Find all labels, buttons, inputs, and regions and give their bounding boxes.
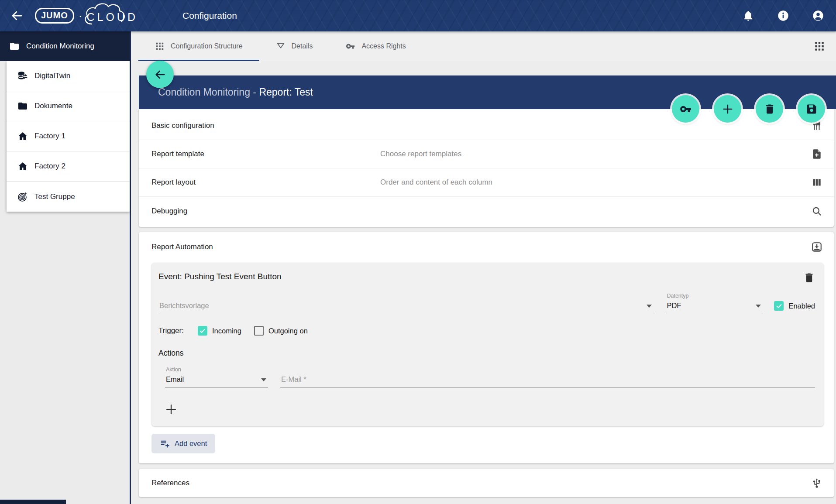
back-arrow-icon[interactable] — [10, 9, 24, 22]
folder-icon — [9, 41, 20, 51]
tab-label: Details — [292, 42, 313, 50]
checkbox-label: Incoming — [212, 327, 241, 335]
page-title-prefix: Condition Monitoring - — [158, 86, 259, 98]
action-select[interactable]: Aktion Email — [165, 374, 268, 388]
tab-configuration-structure[interactable]: Configuration Structure — [138, 31, 259, 61]
usb-icon — [811, 477, 822, 489]
actions-title: Actions — [158, 349, 815, 358]
sidebar-item-factory-1[interactable]: Factory 1 — [7, 121, 130, 151]
trash-icon[interactable] — [803, 272, 815, 284]
back-fab-button[interactable] — [146, 61, 174, 88]
row-label: Report template — [151, 150, 380, 158]
sidebar-item-label: DigitalTwin — [34, 72, 70, 80]
key-icon — [346, 41, 355, 51]
datatype-select[interactable]: Datentyp PDF — [666, 300, 763, 314]
section-title: Report Automation — [151, 243, 811, 251]
email-input[interactable] — [281, 375, 814, 384]
sidebar-item-test-gruppe[interactable]: Test Gruppe — [7, 182, 130, 212]
jumo-cloud-logo: JUMO · CLOUD — [35, 8, 138, 24]
page-header: Condition Monitoring - Report: Test — [139, 75, 836, 109]
sidebar-item-dokumente[interactable]: Dokumente — [7, 91, 130, 121]
tab-access-rights[interactable]: Access Rights — [329, 31, 422, 61]
add-event-button[interactable]: Add event — [151, 434, 215, 453]
sidebar-item-label: Factory 1 — [34, 132, 65, 141]
checkbox-checked-icon[interactable] — [774, 301, 784, 311]
row-report-template[interactable]: Report template Choose report templates — [139, 140, 834, 168]
add-action-plus-icon[interactable] — [165, 403, 178, 416]
funnel-icon — [276, 41, 286, 51]
event-title: Event: Pushing Test Event Button — [158, 272, 282, 281]
row-report-layout[interactable]: Report layout Order and content of each … — [139, 168, 834, 197]
top-app-bar: JUMO · CLOUD Configuration — [0, 0, 836, 31]
select-label: Datentyp — [667, 293, 688, 299]
home-icon — [17, 131, 28, 141]
sidebar-item-label: Test Gruppe — [34, 192, 75, 201]
sidebar-item-condition-monitoring[interactable]: Condition Monitoring — [0, 31, 130, 61]
select-placeholder: Berichtsvorlage — [159, 302, 209, 309]
tab-bar: Configuration Structure Details Access R… — [131, 31, 836, 61]
chevron-down-icon — [647, 305, 652, 308]
key-icon — [680, 103, 692, 115]
event-card: Event: Pushing Test Event Button Bericht… — [151, 263, 824, 426]
tab-details[interactable]: Details — [259, 31, 330, 61]
folder-icon — [17, 101, 28, 111]
row-label: Report layout — [151, 178, 380, 187]
track-changes-icon — [17, 192, 28, 202]
section-title: References — [151, 479, 811, 487]
sidebar-item-digitaltwin[interactable]: DigitalTwin — [7, 61, 130, 91]
select-label: Aktion — [166, 367, 181, 373]
save-button[interactable] — [798, 95, 825, 123]
chevron-down-icon — [261, 378, 266, 381]
cloud-outline-icon — [81, 1, 130, 28]
row-secondary: Choose report templates — [380, 150, 811, 158]
delete-button[interactable] — [756, 95, 783, 123]
horizontal-scrollbar-thumb[interactable] — [0, 500, 66, 504]
back-arrow-icon — [154, 69, 166, 81]
account-icon[interactable] — [812, 10, 824, 22]
enabled-checkbox[interactable]: Enabled — [774, 301, 815, 314]
archive-icon[interactable] — [811, 241, 822, 253]
digital-twin-icon — [17, 71, 28, 81]
search-icon — [811, 206, 822, 217]
add-event-label: Add event — [175, 439, 207, 448]
info-icon[interactable] — [777, 10, 789, 22]
incoming-checkbox[interactable]: Incoming — [198, 326, 241, 336]
grid-icon — [155, 41, 165, 51]
app-title: Configuration — [182, 10, 237, 21]
apps-grid-icon[interactable] — [814, 41, 825, 52]
home-icon — [17, 161, 28, 171]
report-automation-card: Report Automation Event: Pushing Test Ev… — [139, 232, 834, 463]
page-title: Condition Monitoring - Report: Test — [158, 86, 313, 98]
sidebar-children-card: DigitalTwin Dokumente Factory 1 Factory … — [7, 61, 130, 212]
checkbox-unchecked-icon[interactable] — [254, 326, 264, 336]
access-key-button[interactable] — [672, 95, 699, 123]
row-label: Debugging — [151, 207, 380, 216]
basic-configuration-card: Basic configuration Report template Choo… — [139, 109, 834, 227]
notifications-bell-icon[interactable] — [742, 10, 754, 22]
row-label: Basic configuration — [151, 121, 380, 130]
checkbox-label: Outgoing on — [268, 327, 308, 335]
trash-icon — [764, 103, 776, 115]
plus-icon — [722, 103, 734, 115]
page-title-emphasis: Report: Test — [259, 86, 313, 98]
select-value: Email — [166, 375, 184, 383]
chevron-down-icon — [756, 305, 761, 308]
sidebar-item-factory-2[interactable]: Factory 2 — [7, 151, 130, 182]
main-content: Configuration Structure Details Access R… — [131, 31, 836, 504]
save-icon — [805, 103, 818, 115]
email-field-wrap — [280, 374, 815, 388]
checkbox-label: Enabled — [788, 302, 815, 310]
row-references[interactable]: References — [139, 469, 834, 497]
sidebar-item-label: Condition Monitoring — [26, 42, 94, 51]
row-debugging[interactable]: Debugging — [139, 197, 834, 225]
note-add-icon — [811, 148, 822, 160]
outgoing-checkbox[interactable]: Outgoing on — [254, 326, 308, 336]
add-button[interactable] — [714, 95, 741, 123]
checkbox-checked-icon[interactable] — [198, 326, 207, 336]
sidebar: Condition Monitoring DigitalTwin Dokumen… — [0, 31, 131, 504]
report-template-select[interactable]: Berichtsvorlage — [158, 300, 654, 314]
playlist-add-icon — [160, 439, 170, 449]
trigger-label: Trigger: — [158, 326, 184, 335]
header-action-buttons — [672, 95, 825, 123]
references-card: References — [139, 469, 834, 497]
